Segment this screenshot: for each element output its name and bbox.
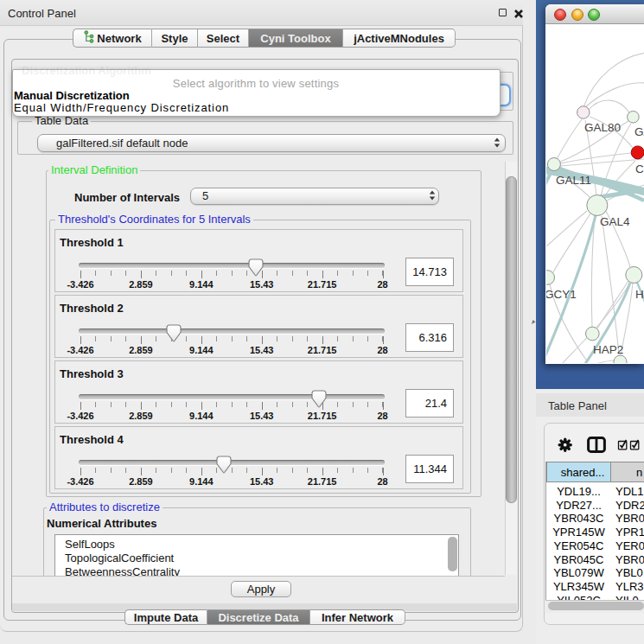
svg-text:GAL11: GAL11 (556, 174, 591, 187)
svg-text:HIS: HIS (635, 288, 644, 301)
svg-text:GAL4: GAL4 (600, 215, 630, 228)
svg-text:HAP2: HAP2 (593, 343, 623, 356)
svg-text:GAL80: GAL80 (584, 121, 621, 134)
svg-text:GA.: GA. (634, 125, 644, 138)
svg-text:GCY1: GCY1 (546, 288, 577, 301)
svg-text:C: C (635, 163, 644, 175)
